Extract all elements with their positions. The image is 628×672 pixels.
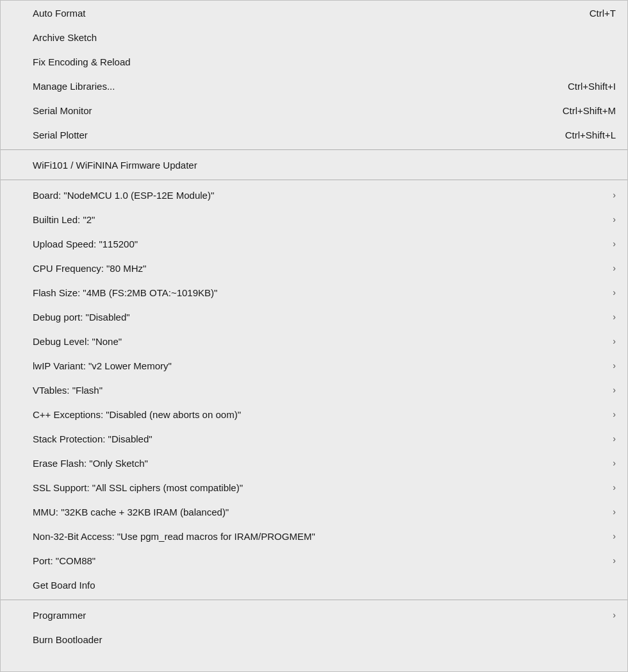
menu-divider	[1, 180, 627, 180]
menu-item-label: SSL Support: "All SSL ciphers (most comp…	[33, 482, 606, 493]
menu-item-label: Auto Format	[33, 8, 564, 19]
menu-item[interactable]: Upload Speed: "115200"›	[1, 231, 627, 256]
menu-item-shortcut: Ctrl+Shift+L	[565, 130, 616, 140]
menu-item-label: Debug Level: "None"	[33, 336, 606, 347]
menu-item-label: VTables: "Flash"	[33, 385, 606, 396]
menu-item-label: lwIP Variant: "v2 Lower Memory"	[33, 360, 606, 371]
menu-divider	[1, 600, 627, 600]
menu-item[interactable]: Board: "NodeMCU 1.0 (ESP-12E Module)"›	[1, 183, 627, 207]
submenu-arrow-icon: ›	[613, 385, 616, 395]
menu-item[interactable]: Burn Bootloader	[1, 627, 627, 651]
menu-item-shortcut: Ctrl+Shift+M	[563, 105, 616, 116]
submenu-arrow-icon: ›	[613, 190, 616, 200]
menu-item[interactable]: Auto FormatCtrl+T	[1, 1, 627, 25]
submenu-arrow-icon: ›	[613, 287, 616, 298]
menu-item-label: Serial Plotter	[33, 130, 540, 140]
menu-item-label: Programmer	[33, 610, 606, 621]
menu-item[interactable]: Serial PlotterCtrl+Shift+L	[1, 122, 627, 147]
menu-item-label: Serial Monitor	[33, 105, 537, 116]
menu-item[interactable]: Debug port: "Disabled"›	[1, 305, 627, 329]
submenu-arrow-icon: ›	[613, 433, 616, 444]
menu-item-label: Board: "NodeMCU 1.0 (ESP-12E Module)"	[33, 190, 606, 201]
submenu-arrow-icon: ›	[613, 482, 616, 492]
menu-item[interactable]: Archive Sketch	[1, 25, 627, 49]
menu-section-1: WiFi101 / WiFiNINA Firmware Updater	[1, 153, 627, 177]
submenu-arrow-icon: ›	[613, 531, 616, 541]
menu-item[interactable]: lwIP Variant: "v2 Lower Memory"›	[1, 353, 627, 378]
menu-item[interactable]: Fix Encoding & Reload	[1, 49, 627, 74]
menu-item-label: Port: "COM88"	[33, 555, 606, 566]
menu-item[interactable]: CPU Frequency: "80 MHz"›	[1, 256, 627, 280]
menu-item[interactable]: Stack Protection: "Disabled"›	[1, 426, 627, 451]
menu-item-shortcut: Ctrl+Shift+I	[568, 81, 616, 92]
submenu-arrow-icon: ›	[613, 409, 616, 419]
menu-item-label: Flash Size: "4MB (FS:2MB OTA:~1019KB)"	[33, 287, 606, 298]
menu-item[interactable]: SSL Support: "All SSL ciphers (most comp…	[1, 475, 627, 500]
submenu-arrow-icon: ›	[613, 263, 616, 273]
menu-item-label: CPU Frequency: "80 MHz"	[33, 263, 606, 274]
menu-item-label: Upload Speed: "115200"	[33, 239, 606, 249]
menu-item[interactable]: WiFi101 / WiFiNINA Firmware Updater	[1, 153, 627, 177]
menu-item-label: Manage Libraries...	[33, 81, 542, 92]
menu-item-label: Burn Bootloader	[33, 634, 616, 645]
menu-item[interactable]: Debug Level: "None"›	[1, 329, 627, 353]
submenu-arrow-icon: ›	[613, 214, 616, 224]
menu-section-3: Programmer›Burn Bootloader	[1, 603, 627, 651]
submenu-arrow-icon: ›	[613, 555, 616, 566]
menu-item-label: Fix Encoding & Reload	[33, 56, 616, 67]
menu-item[interactable]: Serial MonitorCtrl+Shift+M	[1, 98, 627, 122]
menu-item[interactable]: C++ Exceptions: "Disabled (new aborts on…	[1, 402, 627, 426]
menu-item-shortcut: Ctrl+T	[590, 8, 616, 19]
menu-item[interactable]: Flash Size: "4MB (FS:2MB OTA:~1019KB)"›	[1, 280, 627, 305]
menu-section-0: Auto FormatCtrl+TArchive SketchFix Encod…	[1, 1, 627, 147]
menu-item-label: Stack Protection: "Disabled"	[33, 433, 606, 444]
submenu-arrow-icon: ›	[613, 360, 616, 371]
menu-item-label: Non-32-Bit Access: "Use pgm_read macros …	[33, 531, 606, 542]
menu-item[interactable]: Non-32-Bit Access: "Use pgm_read macros …	[1, 524, 627, 548]
menu-item[interactable]: Programmer›	[1, 603, 627, 627]
menu-item-label: WiFi101 / WiFiNINA Firmware Updater	[33, 160, 616, 171]
menu-item-label: Erase Flash: "Only Sketch"	[33, 458, 606, 469]
submenu-arrow-icon: ›	[613, 336, 616, 346]
menu-item-label: Get Board Info	[33, 580, 616, 591]
submenu-arrow-icon: ›	[613, 507, 616, 517]
submenu-arrow-icon: ›	[613, 312, 616, 322]
menu-item[interactable]: MMU: "32KB cache + 32KB IRAM (balanced)"…	[1, 500, 627, 524]
submenu-arrow-icon: ›	[613, 610, 616, 620]
menu-item-label: C++ Exceptions: "Disabled (new aborts on…	[33, 409, 606, 420]
menu-item[interactable]: Erase Flash: "Only Sketch"›	[1, 451, 627, 475]
menu-item[interactable]: VTables: "Flash"›	[1, 378, 627, 402]
menu-item-label: Debug port: "Disabled"	[33, 312, 606, 323]
menu-item[interactable]: Builtin Led: "2"›	[1, 207, 627, 231]
menu-item[interactable]: Port: "COM88"›	[1, 548, 627, 573]
menu-item-label: MMU: "32KB cache + 32KB IRAM (balanced)"	[33, 507, 606, 517]
submenu-arrow-icon: ›	[613, 458, 616, 468]
menu-section-2: Board: "NodeMCU 1.0 (ESP-12E Module)"›Bu…	[1, 183, 627, 597]
menu-item-label: Archive Sketch	[33, 32, 616, 43]
menu-item-label: Builtin Led: "2"	[33, 214, 606, 225]
menu-divider	[1, 149, 627, 150]
submenu-arrow-icon: ›	[613, 239, 616, 249]
context-menu: Auto FormatCtrl+TArchive SketchFix Encod…	[0, 0, 628, 672]
menu-item[interactable]: Manage Libraries...Ctrl+Shift+I	[1, 74, 627, 98]
menu-item[interactable]: Get Board Info	[1, 573, 627, 597]
